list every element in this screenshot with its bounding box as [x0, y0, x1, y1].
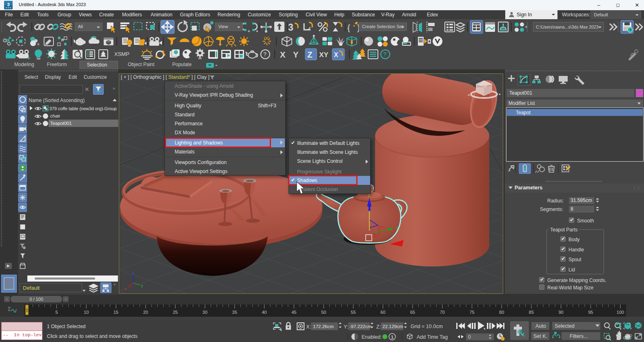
- svg-text:70: 70: [440, 310, 445, 315]
- svg-text:1: 1: [391, 335, 393, 340]
- svg-text:22.129cm: 22.129cm: [382, 324, 403, 329]
- svg-text:172.26cm: 172.26cm: [313, 324, 334, 329]
- svg-text:90: 90: [558, 310, 563, 315]
- svg-text:+: +: [27, 55, 30, 61]
- svg-text:20: 20: [143, 310, 148, 315]
- svg-text:Selected: Selected: [555, 323, 575, 329]
- svg-text:35: 35: [232, 310, 237, 315]
- svg-text:55: 55: [351, 310, 356, 315]
- svg-text:65: 65: [410, 310, 415, 315]
- svg-text:100: 100: [617, 310, 624, 315]
- svg-text:?: ?: [383, 51, 386, 58]
- svg-text:y: y: [141, 284, 143, 288]
- svg-text:40: 40: [262, 310, 266, 315]
- svg-text:X: X: [334, 51, 338, 58]
- svg-text:15: 15: [113, 310, 118, 315]
- svg-text:X: X: [280, 50, 286, 59]
- svg-text:y: y: [396, 225, 398, 230]
- svg-text:LEFT: LEFT: [486, 84, 492, 87]
- svg-text:3: 3: [288, 22, 293, 33]
- svg-text:Auto: Auto: [535, 323, 546, 329]
- svg-text:50: 50: [321, 310, 326, 315]
- svg-text:✕: ✕: [37, 42, 40, 47]
- svg-text:x: x: [406, 244, 408, 248]
- svg-text:Y:: Y:: [344, 324, 349, 330]
- svg-text:FRONT: FRONT: [477, 85, 486, 88]
- svg-text:Filters...: Filters...: [570, 333, 588, 339]
- svg-text:60: 60: [380, 310, 385, 315]
- svg-text:-97.222cm: -97.222cm: [349, 324, 371, 329]
- svg-text:x: x: [124, 287, 127, 291]
- svg-text:0: 0: [468, 334, 471, 340]
- svg-text:Set K.: Set K.: [533, 333, 547, 339]
- svg-text:X:: X:: [306, 324, 311, 330]
- svg-text:?: ?: [263, 51, 266, 58]
- svg-text:Y: Y: [293, 50, 299, 59]
- svg-text:3: 3: [7, 2, 9, 7]
- svg-text:z: z: [132, 271, 134, 275]
- svg-text:80: 80: [499, 310, 504, 315]
- svg-text:Add Time Tag: Add Time Tag: [417, 334, 448, 340]
- svg-text:45: 45: [291, 310, 296, 315]
- svg-text:+: +: [248, 29, 250, 33]
- svg-text:{: {: [347, 23, 350, 32]
- svg-text:XY: XY: [319, 51, 329, 59]
- svg-text:Grid = 10.0cm: Grid = 10.0cm: [411, 324, 443, 329]
- svg-text:85: 85: [529, 310, 534, 315]
- svg-text:10: 10: [84, 310, 89, 315]
- svg-text:XSMP: XSMP: [114, 51, 129, 57]
- svg-text:30: 30: [202, 310, 207, 315]
- svg-text:95: 95: [588, 310, 593, 315]
- svg-text:25: 25: [173, 310, 178, 315]
- svg-text:Z:: Z:: [376, 324, 381, 330]
- svg-text:75: 75: [469, 310, 474, 315]
- svg-text:Enabled:: Enabled:: [362, 334, 382, 340]
- svg-text:Z: Z: [307, 50, 312, 59]
- svg-text:+: +: [256, 29, 258, 33]
- svg-text:5: 5: [56, 310, 58, 315]
